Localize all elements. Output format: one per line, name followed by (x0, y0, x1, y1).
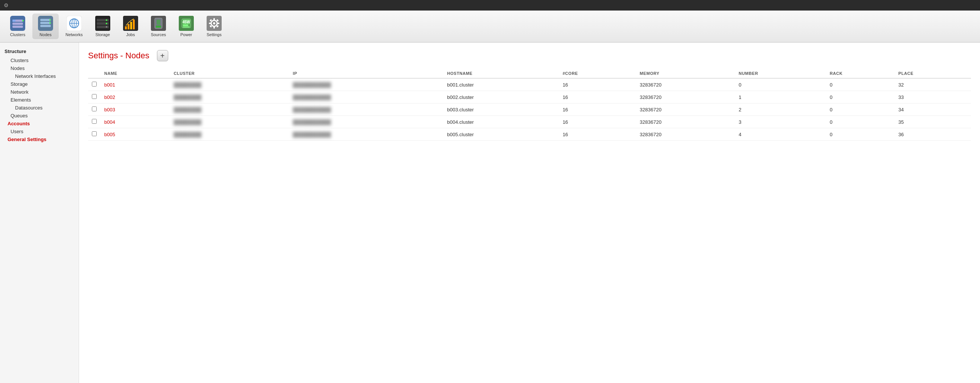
toolbar-icon-sources (151, 16, 166, 31)
cell-number-b004: 3 (735, 116, 826, 128)
row-checkbox-b003[interactable] (88, 103, 100, 116)
cell-memory-b001: 32836720 (636, 78, 735, 91)
cell-rack-b001: 0 (826, 78, 894, 91)
toolbar-label-sources: Sources (151, 32, 166, 37)
toolbar-item-jobs[interactable]: Jobs (118, 14, 144, 39)
table-body: b001███████████████████b001.cluster16328… (88, 78, 971, 141)
table-row: b001███████████████████b001.cluster16328… (88, 78, 971, 91)
checkbox-b003[interactable] (92, 106, 97, 111)
svg-point-21 (106, 19, 107, 21)
content-header: Settings - Nodes + (88, 50, 971, 61)
toolbar-item-power[interactable]: 45W Power (173, 14, 199, 39)
sidebar-item-queues[interactable]: Queues (5, 112, 74, 120)
sidebar-item-users[interactable]: Users (5, 127, 74, 135)
svg-point-10 (49, 19, 51, 21)
toolbar-item-sources[interactable]: Sources (145, 14, 172, 39)
checkbox-b005[interactable] (92, 131, 97, 136)
row-checkbox-b001[interactable] (88, 78, 100, 91)
add-node-button[interactable]: + (157, 50, 168, 61)
svg-rect-26 (127, 24, 129, 29)
cell-number-b002: 1 (735, 91, 826, 103)
table-row: b005███████████████████b005.cluster16328… (88, 128, 971, 141)
cell-place-b004: 35 (894, 116, 971, 128)
sidebar-item-general-settings[interactable]: General Settings (5, 135, 74, 143)
cell-rack-b003: 0 (826, 103, 894, 116)
svg-rect-25 (125, 26, 127, 29)
cell-name-b004[interactable]: b004 (100, 116, 170, 128)
svg-rect-4 (13, 25, 23, 28)
cell-name-b003[interactable]: b003 (100, 103, 170, 116)
col-header-hostname: HOSTNAME (443, 69, 559, 78)
checkbox-b002[interactable] (92, 94, 97, 99)
cell-number-b003: 2 (735, 103, 826, 116)
toolbar-icon-storage (95, 16, 110, 31)
toolbar-item-settings[interactable]: Settings (201, 14, 228, 39)
cell-ip-b005: ███████████ (289, 128, 443, 141)
cell-core-b002: 16 (559, 91, 636, 103)
sidebar-item-elements[interactable]: Elements (5, 96, 74, 104)
sidebar-item-network[interactable]: Network (5, 88, 74, 96)
page-title: Settings - Nodes (88, 51, 150, 60)
cell-hostname-b001: b001.cluster (443, 78, 559, 91)
cell-core-b001: 16 (559, 78, 636, 91)
toolbar-icon-nodes (38, 16, 53, 31)
col-header-memory: MEMORY (636, 69, 735, 78)
cell-name-b002[interactable]: b002 (100, 91, 170, 103)
svg-rect-37 (183, 24, 188, 26)
nodes-table: NAMECLUSTERIPHOSTNAME#COREMEMORYNUMBERRA… (88, 69, 971, 141)
toolbar-item-networks[interactable]: Networks (60, 14, 88, 39)
cell-memory-b002: 32836720 (636, 91, 735, 103)
sidebar-structure-title: Structure (5, 49, 74, 54)
toolbar-item-nodes[interactable]: Nodes (32, 14, 59, 39)
cell-name-b001[interactable]: b001 (100, 78, 170, 91)
toolbar-label-nodes: Nodes (40, 32, 52, 37)
row-checkbox-b004[interactable] (88, 116, 100, 128)
cell-ip-b004: ███████████ (289, 116, 443, 128)
checkbox-b004[interactable] (92, 119, 97, 124)
col-header-place: PLACE (894, 69, 971, 78)
cell-memory-b005: 32836720 (636, 128, 735, 141)
sidebar-item-network-interfaces[interactable]: Network Interfaces (5, 72, 74, 80)
cell-ip-b003: ███████████ (289, 103, 443, 116)
cell-number-b005: 4 (735, 128, 826, 141)
cell-rack-b005: 0 (826, 128, 894, 141)
svg-rect-36 (183, 26, 190, 27)
cell-rack-b002: 0 (826, 91, 894, 103)
cell-cluster-b005: ████████ (170, 128, 289, 141)
toolbar-label-storage: Storage (95, 32, 110, 37)
sidebar-item-nodes[interactable]: Nodes (5, 64, 74, 72)
toolbar-label-power: Power (180, 32, 192, 37)
content-area: Settings - Nodes + NAMECLUSTERIPHOSTNAME… (79, 43, 980, 383)
sidebar-item-clusters[interactable]: Clusters (5, 56, 74, 64)
svg-rect-3 (13, 22, 23, 25)
row-checkbox-b002[interactable] (88, 91, 100, 103)
svg-rect-44 (213, 26, 215, 29)
cell-place-b003: 34 (894, 103, 971, 116)
svg-rect-32 (157, 19, 160, 25)
cell-cluster-b003: ████████ (170, 103, 289, 116)
table-row: b002███████████████████b002.cluster16328… (88, 91, 971, 103)
svg-point-42 (213, 22, 215, 24)
top-bar-gear-icon: ⚙ (4, 2, 9, 8)
cell-core-b005: 16 (559, 128, 636, 141)
toolbar-icon-networks (67, 16, 82, 31)
cell-ip-b001: ███████████ (289, 78, 443, 91)
row-checkbox-b005[interactable] (88, 128, 100, 141)
toolbar-item-clusters[interactable]: Clusters (5, 14, 31, 39)
cell-name-b005[interactable]: b005 (100, 128, 170, 141)
toolbar-label-networks: Networks (65, 32, 83, 37)
sidebar-item-accounts[interactable]: Accounts (5, 120, 74, 127)
col-header-rack: RACK (826, 69, 894, 78)
table-row: b003███████████████████b003.cluster16328… (88, 103, 971, 116)
sidebar-item-datasources[interactable]: Datasources (5, 104, 74, 112)
checkbox-b001[interactable] (92, 82, 97, 87)
cell-place-b002: 33 (894, 91, 971, 103)
sidebar-item-storage[interactable]: Storage (5, 80, 74, 88)
svg-rect-27 (130, 22, 132, 29)
col-header-name: NAME (100, 69, 170, 78)
toolbar-label-jobs: Jobs (126, 32, 135, 37)
cell-hostname-b003: b003.cluster (443, 103, 559, 116)
svg-rect-2 (13, 19, 16, 22)
col-header-number: NUMBER (735, 69, 826, 78)
toolbar-item-storage[interactable]: Storage (89, 14, 116, 39)
